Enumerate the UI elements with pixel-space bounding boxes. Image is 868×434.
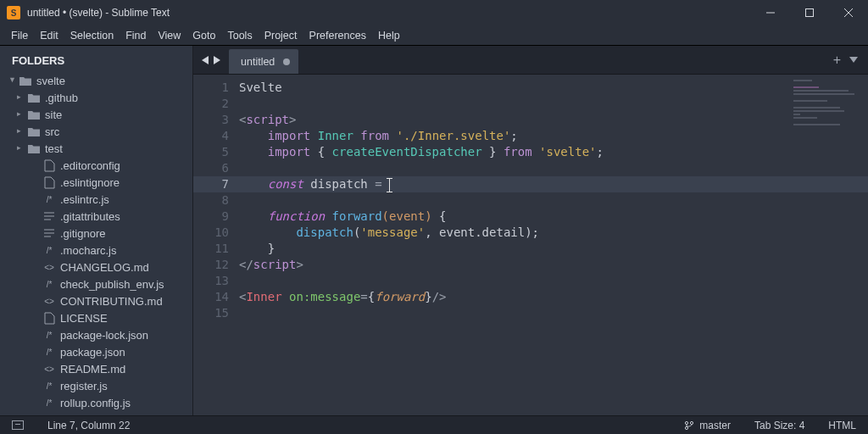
lines-icon [42, 210, 56, 222]
status-tabsize[interactable]: Tab Size: 4 [743, 420, 816, 431]
js-icon: /* [42, 329, 56, 341]
svg-marker-12 [849, 57, 858, 63]
file-LICENSE[interactable]: LICENSE [0, 309, 192, 326]
file-CHANGELOGmd[interactable]: <>CHANGELOG.md [0, 259, 192, 275]
app-logo-icon: S [7, 6, 20, 19]
editor-area: untitled + 123456789101112131415 Svelte<… [193, 46, 868, 415]
file-editorconfig[interactable]: .editorconfig [0, 157, 192, 174]
svg-point-13 [686, 421, 688, 424]
js-icon: /* [42, 244, 56, 256]
folder-icon [27, 125, 41, 137]
folder-icon [27, 108, 41, 120]
svg-marker-10 [202, 56, 209, 64]
status-bar: Line 7, Column 22 master Tab Size: 4 HTM… [0, 415, 868, 434]
status-syntax[interactable]: HTML [816, 420, 868, 431]
menu-file[interactable]: File [5, 28, 34, 43]
maximize-button[interactable] [790, 0, 829, 25]
folder-open-icon [19, 75, 32, 86]
close-button[interactable] [829, 0, 868, 25]
folder-test[interactable]: ▸test [0, 140, 192, 157]
file-gitattributes[interactable]: .gitattributes [0, 208, 192, 225]
svg-point-15 [691, 421, 693, 424]
js-icon: /* [42, 397, 56, 409]
folder-icon [27, 142, 41, 154]
panel-toggle-icon[interactable] [12, 420, 24, 430]
code-editor[interactable]: Svelte<script> import Inner from './Inne… [239, 75, 868, 415]
file-gitignore[interactable]: .gitignore [0, 225, 192, 242]
file-icon [42, 176, 56, 188]
menu-edit[interactable]: Edit [34, 28, 64, 43]
window-title: untitled • (svelte) - Sublime Text [27, 7, 170, 19]
menu-preferences[interactable]: Preferences [303, 28, 372, 43]
svg-marker-11 [214, 56, 220, 64]
minimap[interactable] [793, 80, 865, 181]
js-icon: /* [42, 346, 56, 358]
menu-bar: FileEditSelectionFindViewGotoToolsProjec… [0, 25, 868, 46]
folder-site[interactable]: ▸site [0, 106, 192, 123]
js-icon: /* [42, 380, 56, 392]
menu-help[interactable]: Help [372, 28, 406, 43]
file-eslintrcjs[interactable]: /*.eslintrc.js [0, 191, 192, 208]
menu-project[interactable]: Project [259, 28, 303, 43]
file-packagejson[interactable]: /*package.json [0, 343, 192, 360]
menu-find[interactable]: Find [120, 28, 152, 43]
tab-label: untitled [241, 56, 275, 68]
folder-icon [27, 92, 41, 103]
menu-selection[interactable]: Selection [64, 28, 120, 43]
tab-overflow-icon[interactable] [849, 57, 858, 64]
sidebar[interactable]: FOLDERS ▼svelte▸.github▸site▸src▸test.ed… [0, 46, 193, 415]
file-mocharcjs[interactable]: /*.mocharc.js [0, 242, 192, 259]
unsaved-dot-icon [283, 58, 290, 65]
status-git-branch[interactable]: master [672, 420, 743, 431]
folder-github[interactable]: ▸.github [0, 89, 192, 106]
file-CONTRIBUTINGmd[interactable]: <>CONTRIBUTING.md [0, 292, 192, 309]
minimize-button[interactable] [751, 0, 790, 25]
tab-history-nav[interactable] [193, 46, 229, 74]
svg-rect-1 [806, 9, 814, 17]
file-checkpublishenvjs[interactable]: /*check_publish_env.js [0, 275, 192, 292]
js-icon: /* [42, 193, 56, 205]
file-icon [42, 312, 56, 324]
tab-bar: untitled + [193, 46, 868, 75]
sidebar-header: FOLDERS [0, 53, 192, 72]
menu-tools[interactable]: Tools [221, 28, 258, 43]
md-icon: <> [42, 295, 56, 307]
line-gutter[interactable]: 123456789101112131415 [193, 75, 239, 415]
file-READMEmd[interactable]: <>README.md [0, 360, 192, 377]
file-packagelockjson[interactable]: /*package-lock.json [0, 326, 192, 343]
tab-untitled[interactable]: untitled [229, 49, 298, 74]
status-cursor[interactable]: Line 7, Column 22 [36, 420, 142, 431]
file-rollupconfigjs[interactable]: /*rollup.config.js [0, 394, 192, 411]
titlebar: S untitled • (svelte) - Sublime Text [0, 0, 868, 25]
menu-goto[interactable]: Goto [186, 28, 221, 43]
lines-icon [42, 227, 56, 239]
md-icon: <> [42, 363, 56, 375]
git-branch-icon [684, 420, 694, 431]
js-icon: /* [42, 278, 56, 290]
md-icon: <> [42, 261, 56, 273]
file-registerjs[interactable]: /*register.js [0, 377, 192, 394]
folder-root[interactable]: ▼svelte [0, 72, 192, 89]
svg-point-14 [686, 426, 688, 429]
file-eslintignore[interactable]: .eslintignore [0, 174, 192, 191]
menu-view[interactable]: View [152, 28, 186, 43]
file-icon [42, 159, 56, 171]
new-tab-button[interactable]: + [833, 53, 841, 68]
folder-src[interactable]: ▸src [0, 123, 192, 140]
